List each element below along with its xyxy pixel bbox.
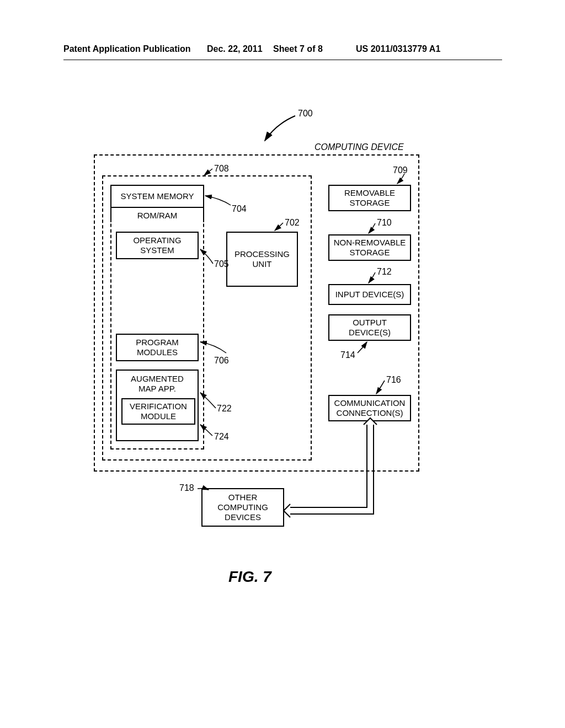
diagram-svg: [0, 0, 565, 728]
comm-bus-arrow: [284, 418, 377, 517]
diagram-canvas: COMPUTING DEVICE SYSTEM MEMORY ROM/RAM O…: [0, 0, 565, 728]
